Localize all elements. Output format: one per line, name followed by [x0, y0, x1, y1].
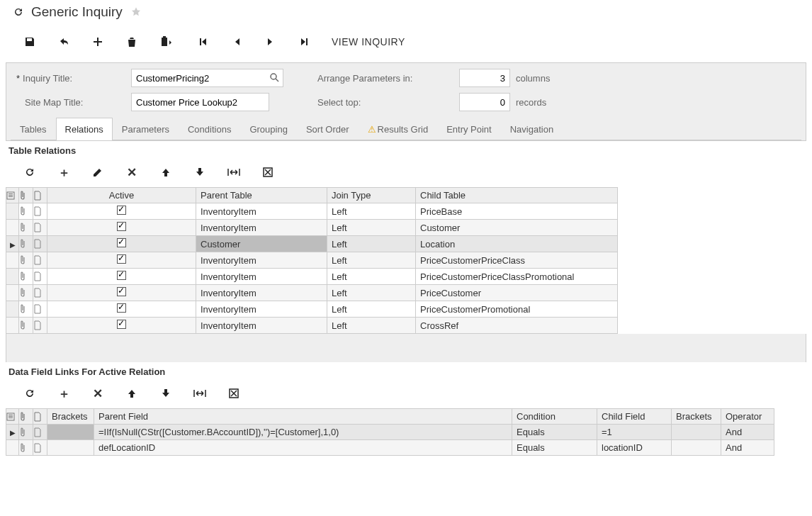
links-movedown-button[interactable]	[149, 383, 183, 404]
cell-parent-field[interactable]: =IIf(IsNull(CStr([Customer.BAccountID]),…	[94, 425, 512, 440]
cell-active[interactable]	[47, 236, 196, 252]
cell-parent-table[interactable]: InventoryItem	[196, 318, 327, 334]
col-operator[interactable]: Operator	[721, 409, 774, 425]
grid-edit-button[interactable]	[81, 162, 115, 183]
col-active[interactable]: Active	[47, 188, 196, 203]
tab-grouping[interactable]: Grouping	[240, 118, 296, 140]
tab-tables[interactable]: Tables	[11, 118, 56, 140]
grid-refresh-button[interactable]	[13, 162, 47, 183]
refresh-icon[interactable]	[13, 6, 24, 18]
cell-join-type[interactable]: Left	[327, 285, 416, 301]
table-row[interactable]: InventoryItemLeftCrossRef	[6, 318, 618, 334]
attach-icon[interactable]	[19, 220, 33, 236]
note-icon[interactable]	[33, 269, 47, 285]
attach-icon[interactable]	[19, 252, 33, 269]
grid-delete-button[interactable]: ✕	[115, 162, 149, 183]
cell-child-table[interactable]: PriceCustomerPromotional	[416, 301, 618, 318]
cell-parent-table[interactable]: Customer	[196, 236, 327, 252]
save-button[interactable]	[13, 31, 47, 52]
attach-icon[interactable]	[19, 425, 33, 440]
cell-parent-table[interactable]: InventoryItem	[196, 203, 327, 220]
cell-join-type[interactable]: Left	[327, 318, 416, 334]
col-child-table[interactable]: Child Table	[416, 188, 618, 203]
attach-icon[interactable]	[19, 440, 33, 456]
links-export-button[interactable]	[217, 383, 251, 404]
cell-active[interactable]	[47, 220, 196, 236]
cell-join-type[interactable]: Left	[327, 203, 416, 220]
cell-child-table[interactable]: Location	[416, 236, 618, 252]
col-parent-table[interactable]: Parent Table	[196, 188, 327, 203]
grid-moveup-button[interactable]	[149, 162, 183, 183]
table-row[interactable]: InventoryItemLeftPriceCustomerPriceClass…	[6, 269, 618, 285]
cell-condition[interactable]: Equals	[512, 425, 597, 440]
note-icon[interactable]	[33, 425, 47, 440]
tab-parameters[interactable]: Parameters	[113, 118, 179, 140]
attach-icon[interactable]	[19, 301, 33, 318]
table-row[interactable]: ▶CustomerLeftLocation	[6, 236, 618, 252]
cell-join-type[interactable]: Left	[327, 252, 416, 269]
add-button[interactable]	[81, 31, 115, 52]
cell-child-field[interactable]: locationID	[597, 440, 672, 456]
cell-parent-table[interactable]: InventoryItem	[196, 285, 327, 301]
cell-parent-table[interactable]: InventoryItem	[196, 252, 327, 269]
arrange-columns-input[interactable]	[459, 69, 510, 87]
cell-condition[interactable]: Equals	[512, 440, 597, 456]
note-icon[interactable]	[33, 301, 47, 318]
view-inquiry-button[interactable]: VIEW INQUIRY	[326, 33, 411, 50]
delete-button[interactable]	[115, 31, 149, 52]
cell-brackets-close[interactable]	[672, 440, 721, 456]
cell-join-type[interactable]: Left	[327, 269, 416, 285]
cell-parent-table[interactable]: InventoryItem	[196, 301, 327, 318]
cell-brackets-open[interactable]	[47, 425, 94, 440]
grid-corner-icon[interactable]	[6, 188, 19, 203]
links-add-button[interactable]: ＋	[47, 383, 81, 404]
cell-operator[interactable]: And	[721, 440, 774, 456]
table-row[interactable]: ▶=IIf(IsNull(CStr([Customer.BAccountID])…	[6, 425, 774, 440]
cell-child-table[interactable]: PriceCustomerPriceClass	[416, 252, 618, 269]
last-button[interactable]	[288, 31, 322, 52]
cell-brackets-close[interactable]	[672, 425, 721, 440]
prev-button[interactable]	[220, 31, 254, 52]
tab-sort-order[interactable]: Sort Order	[297, 118, 359, 140]
attach-icon[interactable]	[19, 285, 33, 301]
table-row[interactable]: InventoryItemLeftCustomer	[6, 220, 618, 236]
cell-operator[interactable]: And	[721, 425, 774, 440]
attach-icon[interactable]	[19, 318, 33, 334]
cell-parent-table[interactable]: InventoryItem	[196, 220, 327, 236]
cell-child-table[interactable]: PriceCustomerPriceClassPromotional	[416, 269, 618, 285]
links-fit-button[interactable]	[183, 383, 217, 404]
table-row[interactable]: InventoryItemLeftPriceBase	[6, 203, 618, 220]
table-row[interactable]: InventoryItemLeftPriceCustomerPromotiona…	[6, 301, 618, 318]
col-brackets-open[interactable]: Brackets	[47, 409, 94, 425]
cell-active[interactable]	[47, 203, 196, 220]
tab-navigation[interactable]: Navigation	[501, 118, 563, 140]
links-moveup-button[interactable]	[115, 383, 149, 404]
relations-grid[interactable]: Active Parent Table Join Type Child Tabl…	[6, 187, 618, 334]
cell-active[interactable]	[47, 269, 196, 285]
col-condition[interactable]: Condition	[512, 409, 597, 425]
grid-add-button[interactable]: ＋	[47, 162, 81, 183]
table-row[interactable]: defLocationIDEqualslocationIDAnd	[6, 440, 774, 456]
col-child-field[interactable]: Child Field	[597, 409, 672, 425]
note-icon[interactable]	[33, 440, 47, 456]
table-row[interactable]: InventoryItemLeftPriceCustomerPriceClass	[6, 252, 618, 269]
note-icon[interactable]	[33, 252, 47, 269]
tab-relations[interactable]: Relations	[56, 118, 113, 140]
links-delete-button[interactable]: ✕	[81, 383, 115, 404]
grid-movedown-button[interactable]	[183, 162, 217, 183]
cell-parent-table[interactable]: InventoryItem	[196, 269, 327, 285]
attach-icon[interactable]	[19, 236, 33, 252]
first-button[interactable]	[186, 31, 220, 52]
links-corner-icon[interactable]	[6, 409, 19, 425]
cell-active[interactable]	[47, 318, 196, 334]
cell-brackets-open[interactable]	[47, 440, 94, 456]
col-parent-field[interactable]: Parent Field	[94, 409, 512, 425]
note-icon[interactable]	[33, 220, 47, 236]
next-button[interactable]	[254, 31, 288, 52]
note-icon[interactable]	[33, 203, 47, 220]
select-top-input[interactable]	[459, 93, 510, 111]
inquiry-title-input[interactable]	[131, 69, 283, 87]
cell-join-type[interactable]: Left	[327, 301, 416, 318]
undo-button[interactable]	[47, 31, 81, 52]
tab-entry-point[interactable]: Entry Point	[437, 118, 501, 140]
